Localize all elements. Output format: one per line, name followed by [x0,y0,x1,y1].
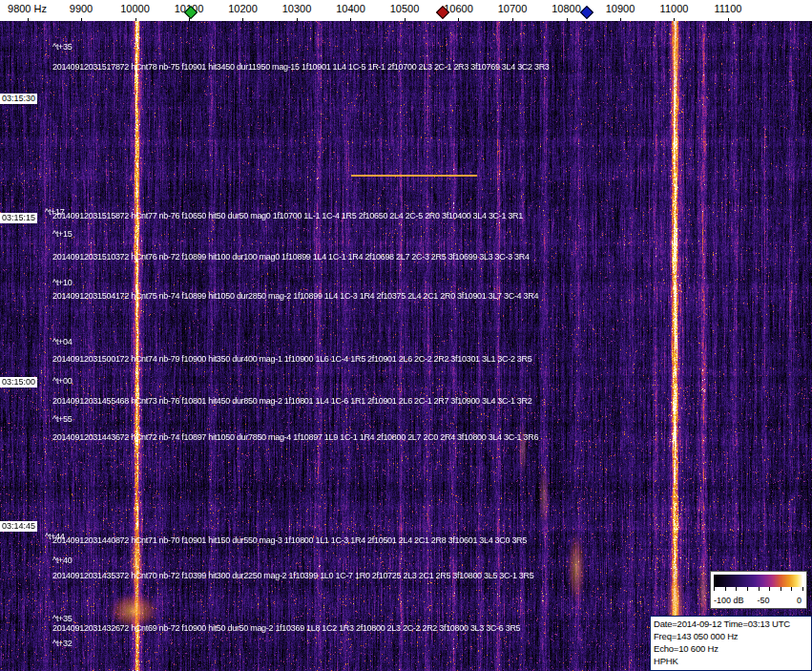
freq-tick-mark [458,18,459,21]
detection-tag: ^t+10 [52,278,73,287]
detection-line: 20140912031500172 hCnt74 nb-79 f10900 hi… [52,354,531,364]
legend-label: -50 [757,596,769,605]
detection-tag: ^t+00 [52,376,73,386]
detection-tag: ^t+15 [52,229,73,239]
detection-line: 20140912031515872 hCnt77 nb-76 f10650 hi… [52,211,523,220]
freq-tick-label: 10500 [390,3,420,14]
freq-tick-label: 10200 [228,3,258,14]
detection-line: 20140912031510372 hCnt76 nb-72 f10899 hi… [52,252,530,262]
freq-tick-label: 9900 [70,3,93,14]
freq-tick-label: 11000 [660,3,689,14]
detection-tag: ^t+32 [52,639,73,648]
freq-tick-label: 11100 [715,3,742,14]
detection-line: 20140912031432672 hCnt69 nb-72 f10900 hi… [52,623,520,633]
time-label: 03:14:45 [0,521,37,532]
info-line: Date=2014-09-12 Time=03:13 UTC [654,618,808,630]
freq-tick-mark [512,18,513,21]
time-label: 03:15:00 [0,377,37,388]
detection-line: 20140912031504172 hCnt75 nb-74 f10899 hi… [52,291,538,301]
info-box: Date=2014-09-12 Time=03:13 UTCFreq=143 0… [650,616,812,671]
freq-tick-mark [297,18,298,21]
freq-tick-label: 10300 [282,3,312,14]
freq-tick-mark [567,18,568,21]
legend-label: -100 dB [714,596,744,605]
info-line: HPHK [654,655,808,667]
freq-tick-label: 10900 [606,3,635,14]
freq-tick-mark [728,18,729,21]
detection-tag: ^t+40 [52,556,73,565]
freq-tick-label: 10000 [120,3,150,14]
db-scale-legend: -100 dB-500 [710,571,807,609]
freq-tick-mark [674,18,675,21]
freq-tick-mark [620,18,621,21]
freq-tick-mark [81,18,82,21]
freq-tick-label: 10700 [498,3,528,14]
freq-tick-label: 9800 Hz [8,3,47,14]
detection-tag: ^t+04 [52,337,73,346]
detection-tag: ^t+35 [52,42,73,52]
time-label: 03:15:30 [0,94,37,104]
detection-line: 20140912031440872 hCnt71 nb-70 f10901 hi… [52,535,527,545]
legend-label: 0 [797,596,802,605]
detection-tag: ^t+35 [52,614,73,623]
db-scale-labels: -100 dB-500 [711,596,806,606]
detection-tag: ^t+55 [52,414,73,424]
frequency-axis: 9800 Hz990010000101001020010300104001050… [0,0,812,21]
meteor-spectrogram-app: 9800 Hz990010000101001020010300104001050… [0,0,812,671]
freq-marker-blue-diamond-icon[interactable] [580,6,593,19]
freq-tick-label: 10800 [552,3,581,14]
info-line: Freq=143 050 000 Hz [654,630,808,642]
freq-tick-mark [350,18,351,21]
detection-line: 20140912031435372 hCnt70 nb-72 f10399 hi… [52,571,533,580]
info-box-lines: Date=2014-09-12 Time=03:13 UTCFreq=143 0… [654,618,808,667]
detection-line: 20140912031443672 hCnt72 nb-74 f10897 hi… [52,432,538,442]
colormap-gradient-bar [714,575,803,592]
freq-tick-mark [405,18,406,21]
freq-tick-mark [28,18,29,21]
detection-line: 20140912031455468 hCnt73 nb-76 f10801 hi… [52,396,531,406]
time-label: 03:15:15 [0,213,37,223]
freq-tick-label: 10400 [336,3,365,14]
freq-tick-mark [135,18,136,21]
freq-tick-mark [242,18,243,21]
info-line: Echo=10 600 Hz [654,642,808,655]
detection-line: 20140912031517872 hCnt78 nb-75 f10901 hi… [52,62,550,72]
